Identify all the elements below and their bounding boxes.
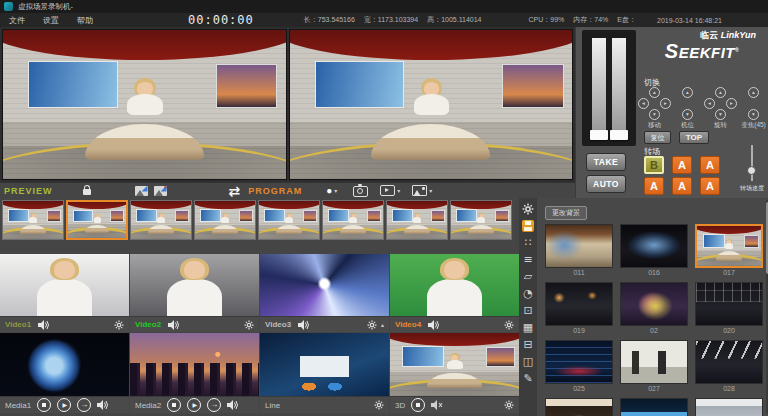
speaker-icon[interactable] [428,316,440,334]
take-button[interactable]: TAKE [586,153,626,171]
pad-right-button[interactable]: ▸ [660,98,671,109]
pad-down-button[interactable]: ▾ [649,109,660,120]
menu-file[interactable]: 文件 [0,15,34,26]
monitor-icon[interactable]: ⊡ [523,304,532,317]
reset-button[interactable]: 复位 [644,131,671,144]
scene-tile[interactable]: 025 [545,340,613,394]
scene-angle-thumbnail[interactable] [386,200,448,240]
scene-tile-image[interactable] [545,224,613,268]
scene-tile-image[interactable] [545,340,613,384]
scene-tile[interactable]: 020 [695,282,763,336]
stop-button[interactable] [411,398,425,412]
pad-up-button[interactable]: ▴ [748,87,759,98]
scene-tile-image[interactable] [620,340,688,384]
speed-slider-track[interactable] [751,145,753,181]
swap-transition-icon[interactable]: ⇄ [229,184,241,198]
transition-button-A[interactable]: A [700,156,720,174]
video-thumbnail[interactable] [260,254,389,316]
scene-angle-thumbnail[interactable] [194,200,256,240]
scene-angle-thumbnail[interactable] [66,200,128,240]
scene-tile-image[interactable] [620,282,688,326]
save-disk-icon[interactable] [522,219,534,232]
media-thumbnail[interactable] [260,333,389,396]
gear-icon[interactable] [114,316,124,334]
pad-down-button[interactable]: ▾ [682,109,693,120]
scene-snapshot-icon[interactable] [135,186,148,196]
stop-button[interactable] [37,398,51,412]
list-icon[interactable]: ≡ [523,253,532,266]
video-thumbnail[interactable] [390,254,519,316]
scene-tile[interactable] [545,398,613,416]
scene-tile-image[interactable] [695,398,763,416]
gear-icon[interactable] [374,396,384,414]
scene-tile-image[interactable] [545,282,613,326]
scene-angle-thumbnail[interactable] [2,200,64,240]
scene-angle-thumbnail[interactable] [322,200,384,240]
speed-slider-knob[interactable] [747,166,756,175]
top-button[interactable]: TOP [679,131,709,144]
scene-tile[interactable]: 027 [620,340,688,394]
scene-tile-image[interactable] [695,282,763,326]
camera-group-icon[interactable]: ∷ [525,236,532,249]
scene-snapshot-new-icon[interactable] [154,186,167,196]
scene-angle-thumbnail[interactable] [130,200,192,240]
background-image-icon[interactable] [412,185,427,196]
scene-tile[interactable]: 016 [620,224,688,278]
scene-tile-image[interactable] [620,398,688,416]
play-button[interactable]: ▶ [187,398,201,412]
chart-icon[interactable]: ◫ [523,355,533,368]
transition-button-A[interactable]: A [672,156,692,174]
gear-icon[interactable] [504,396,514,414]
clock-icon[interactable]: ◔ [523,287,533,300]
transition-button-A[interactable]: A [672,177,692,195]
gear-caret-icon[interactable]: ▴ [381,321,384,328]
preview-monitor[interactable] [2,29,287,180]
pad-left-button[interactable]: ◂ [704,98,715,109]
scene-tile[interactable] [620,398,688,416]
speaker-icon[interactable] [227,396,239,414]
menu-help[interactable]: 帮助 [68,15,102,26]
pad-up-button[interactable]: ▴ [649,87,660,98]
scene-tile[interactable]: 019 [545,282,613,336]
pad-down-button[interactable]: ▾ [715,109,726,120]
scene-tile-image[interactable] [545,398,613,416]
video-thumbnail[interactable] [0,254,129,316]
scene-tile-image[interactable] [695,340,763,384]
image-caret-icon[interactable]: ▾ [429,187,432,194]
gear-icon[interactable] [367,316,377,334]
scene-tile[interactable] [695,398,763,416]
scene-tile-image[interactable] [695,224,763,268]
edit-pen-icon[interactable]: ✎ [523,372,532,385]
muted-speaker-icon[interactable] [431,396,443,414]
auto-button[interactable]: AUTO [586,175,626,193]
speaker-icon[interactable] [168,316,180,334]
speaker-icon[interactable] [298,316,310,334]
scene-tile[interactable]: 011 [545,224,613,278]
video-thumbnail[interactable] [130,254,259,316]
scene-angle-thumbnail[interactable] [258,200,320,240]
scene-tile[interactable]: 02 [620,282,688,336]
record-caret-icon[interactable]: ▾ [334,188,337,194]
transition-button-B[interactable]: B [644,156,664,174]
camera-snapshot-icon[interactable] [353,186,368,197]
record-icon[interactable]: ●▾ [326,186,337,196]
t-bar-left-handle[interactable] [592,38,606,130]
pad-up-button[interactable]: ▴ [682,87,693,98]
scene-tile[interactable]: 017 [695,224,763,278]
pad-right-button[interactable]: ▸ [726,98,737,109]
t-bar-right-handle[interactable] [612,38,626,130]
video-output-icon[interactable] [380,185,395,196]
gear-icon[interactable] [504,316,514,334]
stop-button[interactable] [167,398,181,412]
lock-icon[interactable] [83,189,91,195]
program-monitor[interactable] [289,29,574,180]
play-button[interactable]: ▶ [57,398,71,412]
dropdown-box-icon[interactable]: ⊟ [523,338,532,351]
gear-icon[interactable] [244,316,254,334]
scene-angle-thumbnail[interactable] [450,200,512,240]
settings-gear-icon[interactable] [522,202,534,215]
next-button[interactable]: → [77,398,91,412]
media-thumbnail[interactable] [0,333,129,396]
pad-down-button[interactable]: ▾ [748,109,759,120]
pad-up-button[interactable]: ▴ [715,87,726,98]
